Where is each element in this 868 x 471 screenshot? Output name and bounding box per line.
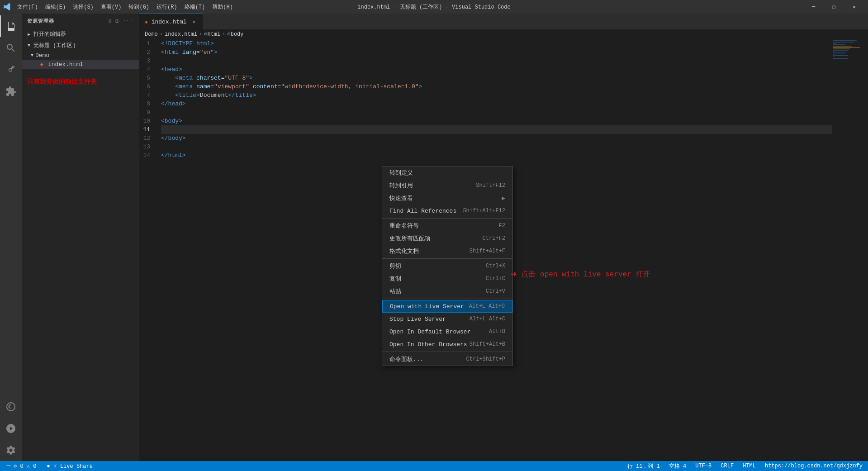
main-layout: 资源管理器 ⊕ ⊞ ··· ▶ 打开的编辑器 ▼ 无标题 (工作区) ▼ Dem…	[0, 14, 868, 461]
activity-bar	[0, 14, 22, 461]
breadcrumb-sep3: ›	[222, 31, 225, 38]
menu-command-palette[interactable]: 命令面板... Ctrl+Shift+P	[382, 353, 512, 366]
code-line-10: <body>	[161, 117, 832, 125]
code-line-13	[161, 143, 832, 151]
activity-source-control[interactable]	[0, 59, 22, 81]
breadcrumb-body[interactable]: body	[231, 31, 244, 38]
breadcrumb-file[interactable]: index.html	[165, 31, 197, 38]
open-editors-section: ▶ 打开的编辑器	[22, 29, 139, 40]
new-file-icon[interactable]: ⊕	[108, 17, 113, 25]
workspace-section: ▼ 无标题 (工作区) ▼ Demo ◈ index.html	[22, 40, 139, 69]
indent-text: 空格 4	[669, 462, 686, 470]
line-num-8: 8	[139, 100, 154, 108]
menu-change-all[interactable]: 更改所有匹配项 Ctrl+F2	[382, 232, 512, 245]
tab-close-button[interactable]: ✕	[190, 18, 198, 25]
line-col-status[interactable]: 行 11，列 1	[626, 461, 662, 471]
menu-edit[interactable]: 编辑(E)	[42, 1, 70, 13]
menu-goto-definition[interactable]: 转到定义	[382, 167, 512, 179]
svg-point-0	[47, 465, 50, 467]
menu-paste[interactable]: 粘贴 Ctrl+V	[382, 285, 512, 298]
menu-find-all-refs[interactable]: Find All References Shift+Alt+F12	[382, 205, 512, 217]
breadcrumb-html[interactable]: ⊙	[204, 31, 207, 38]
tab-html-icon: ◈	[145, 19, 148, 25]
demo-folder-label: Demo	[35, 52, 49, 59]
maximize-button[interactable]: ❐	[824, 0, 844, 14]
annotation-text: 点击 open with live server 打开	[521, 270, 650, 279]
tab-index-html[interactable]: ◈ index.html ✕	[139, 14, 203, 29]
code-line-6: <meta name="viewport" content="width=dev…	[161, 82, 832, 91]
url-text: https://blog.csdn.net/qdxjznfy	[765, 463, 863, 469]
activity-accounts[interactable]	[0, 418, 22, 439]
eol-status[interactable]: CRLF	[719, 461, 735, 471]
menu-view[interactable]: 查看(V)	[97, 1, 125, 13]
folder-demo[interactable]: ▼ Demo	[22, 51, 139, 60]
code-line-1: <!DOCTYPE html>	[161, 39, 832, 48]
separator-4	[382, 352, 512, 352]
line-num-6: 6	[139, 82, 154, 91]
menu-open-live-server[interactable]: Open with Live Server Alt+L Alt+O	[382, 300, 512, 313]
context-menu: 转到定义 转到引用 Shift+F12 快速查看 ▶ Find All Refe…	[382, 166, 513, 366]
workspace-arrow: ▼	[25, 42, 33, 49]
file-index-html[interactable]: ◈ index.html	[22, 60, 139, 69]
sidebar-annotation: 只有我要做的项目文件夹	[22, 69, 139, 96]
menu-open-default-browser[interactable]: Open In Default Browser Alt+B	[382, 325, 512, 338]
menu-copy[interactable]: 复制 Ctrl+C	[382, 272, 512, 285]
activity-settings[interactable]	[0, 439, 22, 461]
line-col-text: 行 11，列 1	[627, 462, 660, 470]
html-file-icon: ◈	[38, 61, 45, 68]
breadcrumb-demo[interactable]: Demo	[145, 31, 158, 38]
tab-label: index.html	[152, 19, 187, 25]
minimize-button[interactable]: —	[803, 0, 824, 14]
encoding-text: UTF-8	[695, 463, 711, 469]
workspace-header[interactable]: ▼ 无标题 (工作区)	[22, 40, 139, 51]
live-share-status[interactable]: ⚡ Live Share	[43, 461, 94, 471]
menu-terminal[interactable]: 终端(T)	[181, 1, 209, 13]
language-text: HTML	[743, 463, 756, 469]
menu-run[interactable]: 运行(R)	[153, 1, 181, 13]
minimap	[832, 39, 868, 461]
language-status[interactable]: HTML	[741, 461, 758, 471]
url-status[interactable]: https://blog.csdn.net/qdxjznfy	[763, 461, 864, 471]
remote-status[interactable]: ⊘ 0 △ 0	[4, 461, 38, 471]
menu-stop-live-server[interactable]: Stop Live Server Alt+L Alt+C	[382, 313, 512, 325]
menu-quick-peek[interactable]: 快速查看 ▶	[382, 192, 512, 205]
editor-area: ◈ index.html ✕ Demo › index.html › ⊙ htm…	[139, 14, 868, 461]
close-button[interactable]: ✕	[844, 0, 864, 14]
menu-cut[interactable]: 剪切 Ctrl+X	[382, 260, 512, 272]
new-folder-icon[interactable]: ⊞	[115, 17, 120, 25]
window-title: index.html - 无标题 (工作区) - Visual Studio C…	[357, 3, 510, 11]
menu-help[interactable]: 帮助(H)	[209, 1, 237, 13]
remote-icon	[5, 463, 12, 469]
menu-open-other-browsers[interactable]: Open In Other Browsers Shift+Alt+B	[382, 338, 512, 351]
workspace-label: 无标题 (工作区)	[33, 42, 76, 49]
separator-3	[382, 299, 512, 299]
breadcrumb-html-text[interactable]: html	[207, 31, 220, 38]
status-right: 行 11，列 1 空格 4 UTF-8 CRLF HTML https://bl…	[626, 461, 864, 471]
activity-extensions[interactable]	[0, 81, 22, 102]
code-line-7: <title>Document</title>	[161, 91, 832, 100]
code-line-12: </body>	[161, 134, 832, 143]
menu-goto[interactable]: 转到(G)	[125, 1, 153, 13]
open-editors-header[interactable]: ▶ 打开的编辑器	[22, 29, 139, 40]
menu-select[interactable]: 选择(S)	[69, 1, 97, 13]
activity-debug[interactable]	[0, 396, 22, 418]
line-numbers: 1 2 3 4 5 6 7 8 9 10 11 12 13 14	[139, 39, 157, 461]
line-num-5: 5	[139, 74, 154, 82]
menu-format-doc[interactable]: 格式化文档 Shift+Alt+F	[382, 245, 512, 257]
title-bar-menu: 文件(F) 编辑(E) 选择(S) 查看(V) 转到(G) 运行(R) 终端(T…	[14, 1, 237, 13]
indent-status[interactable]: 空格 4	[667, 461, 688, 471]
activity-search[interactable]	[0, 37, 22, 59]
menu-rename-symbol[interactable]: 重命名符号 F2	[382, 219, 512, 232]
status-left: ⊘ 0 △ 0 ⚡ Live Share	[4, 461, 95, 471]
encoding-status[interactable]: UTF-8	[693, 461, 713, 471]
activity-explorer[interactable]	[0, 15, 22, 37]
menu-goto-references[interactable]: 转到引用 Shift+F12	[382, 179, 512, 192]
menu-file[interactable]: 文件(F)	[14, 1, 42, 13]
more-icon[interactable]: ···	[122, 17, 134, 25]
live-share-label: ⚡ Live Share	[53, 463, 92, 470]
line-num-2: 2	[139, 48, 154, 57]
line-num-7: 7	[139, 91, 154, 100]
annotation-container: ➜ 点击 open with live server 打开	[510, 268, 650, 281]
line-num-11: 11	[139, 125, 154, 134]
code-line-11	[161, 125, 832, 134]
